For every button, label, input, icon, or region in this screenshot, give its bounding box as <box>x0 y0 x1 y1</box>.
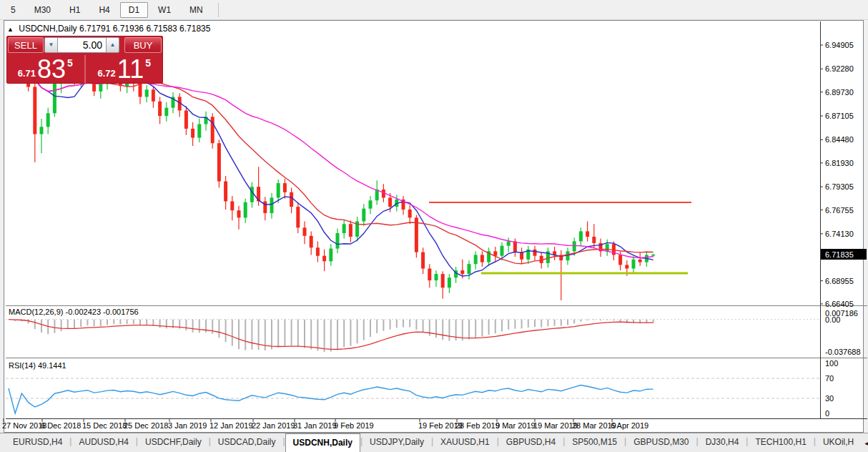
candle-body <box>606 244 609 251</box>
volume-input[interactable] <box>58 37 106 53</box>
candle-body <box>460 270 464 274</box>
tab-scroll-left-icon[interactable]: ◂ <box>861 439 868 447</box>
chart-tab-usdchf[interactable]: USDCHF,Daily <box>138 433 209 452</box>
candle-body <box>513 241 517 252</box>
candle-body <box>369 200 373 208</box>
timeframe-button-w1[interactable]: W1 <box>149 2 179 18</box>
candle-body <box>533 250 537 256</box>
candle-body <box>520 252 523 260</box>
chart-tab-gbpusd[interactable]: GBPUSD,M30 <box>626 433 696 452</box>
sell-price-tile[interactable]: 6.71 83 5 <box>6 55 86 84</box>
candle-body <box>342 224 346 233</box>
collapse-arrow-icon[interactable]: ▲ <box>7 26 14 33</box>
date-tick-label: 15 Dec 2018 <box>82 421 127 430</box>
candle-body <box>500 246 504 256</box>
chart-tab-eurusd[interactable]: EURUSD,H4 <box>6 433 69 452</box>
volume-increase-button[interactable]: ▲ <box>106 37 119 53</box>
date-tick-label: 3 Jan 2019 <box>168 421 207 430</box>
price-tick-label: 6.89730 <box>825 88 854 97</box>
candle-body <box>46 113 50 127</box>
candle-body <box>53 83 56 113</box>
candle-body <box>474 255 478 264</box>
candle-body <box>40 127 44 134</box>
candle-body <box>164 108 168 116</box>
price-tick-label: 6.81930 <box>825 159 854 167</box>
chart-tab-audusd[interactable]: AUDUSD,H4 <box>71 433 135 452</box>
sell-price-pips: 83 <box>37 57 66 82</box>
buy-button[interactable]: BUY <box>124 37 162 53</box>
date-tick-label: 22 Jan 2019 <box>252 421 295 430</box>
candle-body <box>145 89 149 97</box>
timeframe-button-5[interactable]: 5 <box>2 2 24 18</box>
price-tick-label: 6.92280 <box>825 64 854 73</box>
toolbar-separator <box>218 3 219 17</box>
candle-body <box>507 241 511 245</box>
timeframe-button-mn[interactable]: MN <box>181 2 212 18</box>
candle-body <box>224 182 227 202</box>
candle-body <box>428 268 431 280</box>
timeframe-button-h4[interactable]: H4 <box>90 2 118 18</box>
price-tick-label: 6.74130 <box>825 230 854 238</box>
chart-tab-usdjpy[interactable]: USDJPY,Daily <box>363 433 431 452</box>
candle-body <box>441 274 445 288</box>
date-tick-label: 9 Mar 2019 <box>495 421 536 430</box>
timeframe-button-d1[interactable]: D1 <box>120 2 148 18</box>
candle-body <box>211 117 214 143</box>
candle-body <box>33 87 36 134</box>
price-tick-label: 6.84480 <box>825 135 854 144</box>
date-tick-label: 6 Dec 2018 <box>41 421 81 430</box>
rsi-tick-label: 30 <box>825 394 834 403</box>
date-tick-label: 19 Mar 2019 <box>533 421 578 430</box>
buy-price-point: 5 <box>145 57 151 69</box>
sell-price-prefix: 6.71 <box>18 68 36 79</box>
order-controls-row: SELL ▼ ▲ BUY <box>6 36 163 55</box>
chart-tab-dj30[interactable]: DJ30,H4 <box>699 433 746 452</box>
candle-body <box>625 265 628 268</box>
price-tick-label: 6.66405 <box>825 300 854 308</box>
current-price-label: 6.71835 <box>825 250 854 259</box>
candle-body <box>573 241 576 251</box>
timeframe-button-h1[interactable]: H1 <box>61 2 89 18</box>
chart-ohlc-values: 6.71791 6.71936 6.71583 6.71835 <box>79 24 211 34</box>
tab-scroll-arrows: ◂▸ <box>861 433 868 452</box>
buy-price-tile[interactable]: 6.72 11 5 <box>86 55 164 84</box>
candle-body <box>586 231 589 237</box>
candle-body <box>480 255 484 262</box>
candle-body <box>362 209 365 222</box>
timeframe-toolbar: 5M30H1H4D1W1MN <box>0 0 868 20</box>
price-tick-label: 6.76755 <box>825 206 854 215</box>
candle-body <box>290 192 293 207</box>
chart-title: ▲ USDCNH,Daily 6.71791 6.71936 6.71583 6… <box>7 24 210 34</box>
candle-body <box>158 102 162 116</box>
price-tick-label: 6.79305 <box>825 182 854 191</box>
chart-tab-usdcad[interactable]: USDCAD,Daily <box>211 433 283 452</box>
chart-tab-tech100[interactable]: TECH100,H1 <box>748 433 813 452</box>
candle-body <box>237 210 241 217</box>
macd-label: MACD(12,26,9) -0.002423 -0.001756 <box>9 308 139 316</box>
candle-body <box>421 252 425 269</box>
timeframe-button-m30[interactable]: M30 <box>26 2 59 18</box>
sell-button[interactable]: SELL <box>8 37 44 53</box>
chart-tab-sp500[interactable]: SP500,M15 <box>565 433 624 452</box>
candle-body <box>638 260 642 262</box>
chart-tab-xauusd[interactable]: XAUUSD,H1 <box>433 433 497 452</box>
chart-symbol-label: USDCNH,Daily <box>19 24 77 34</box>
buy-price-pips: 11 <box>117 57 144 82</box>
candle-body <box>329 249 332 262</box>
candle-body <box>336 233 340 249</box>
candle-body <box>152 89 155 102</box>
candle-body <box>579 231 583 241</box>
date-tick-label: 31 Jan 2019 <box>293 421 337 430</box>
chart-tab-gbpusd[interactable]: GBPUSD,H4 <box>499 433 563 452</box>
chart-tab-usdcnh[interactable]: USDCNH,Daily <box>285 433 360 452</box>
rsi-line <box>9 385 654 414</box>
candle-body <box>322 256 326 262</box>
one-click-trading-widget: SELL ▼ ▲ BUY 6.71 83 5 6.72 11 5 <box>6 36 163 84</box>
candle-body <box>468 264 471 274</box>
date-tick-label: 25 Dec 2018 <box>124 421 168 430</box>
macd-tick-label: -0.037688 <box>825 348 861 356</box>
candle-body <box>651 255 655 256</box>
chart-tab-ukoil[interactable]: UKOil,H <box>816 433 861 452</box>
candle-body <box>448 277 451 288</box>
volume-decrease-button[interactable]: ▼ <box>44 37 58 53</box>
